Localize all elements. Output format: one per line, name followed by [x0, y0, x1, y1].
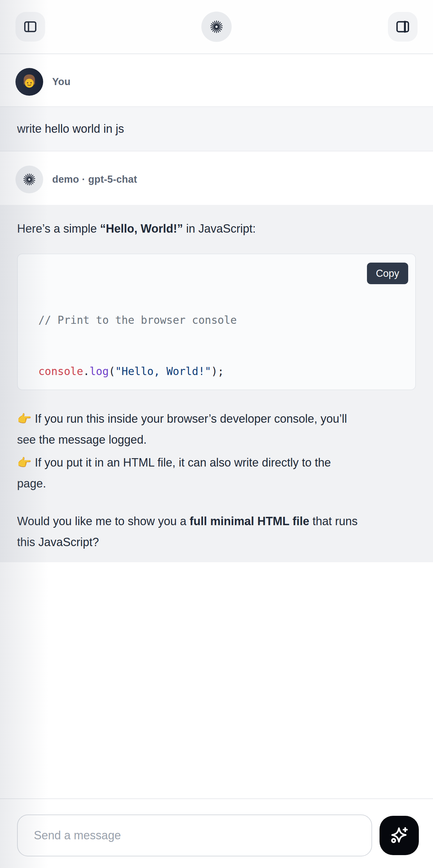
user-message: write hello world in js — [0, 106, 433, 151]
assistant-paragraph-2: 👉 If you put it in an HTML file, it can … — [17, 452, 416, 494]
user-message-text: write hello world in js — [17, 122, 124, 136]
question-text: Would you like me to show you a — [17, 515, 190, 528]
question-bold-text: full minimal HTML file — [190, 515, 309, 528]
user-avatar — [16, 68, 43, 96]
code-token: ); — [211, 365, 224, 378]
sparkles-icon — [389, 825, 410, 846]
copy-code-button[interactable]: Copy — [367, 262, 408, 284]
assistant-intro-line: Here’s a simple “Hello, World!” in JavaS… — [17, 218, 416, 239]
person-emoji-avatar — [20, 72, 39, 91]
code-token: ( — [109, 365, 115, 378]
model-logo-badge — [202, 11, 231, 42]
send-button[interactable] — [379, 816, 419, 855]
code-token: . — [83, 365, 90, 378]
paragraph-line: this JavaScript? — [17, 532, 416, 553]
top-bar — [0, 0, 433, 54]
assistant-paragraph-3: Would you like me to show you a full min… — [17, 511, 416, 553]
code-line: console.log("Hello, World!"); — [38, 363, 402, 380]
assistant-paragraph-1: 👉 If you run this inside your browser’s … — [17, 408, 416, 450]
composer-bar — [0, 798, 433, 868]
starburst-icon — [209, 19, 224, 34]
code-comment: // Print to the browser console — [38, 314, 237, 327]
assistant-sender-name: demo · gpt-5-chat — [52, 174, 137, 185]
user-sender-name: You — [52, 76, 70, 88]
paragraph-line: 👉 If you run this inside your browser’s … — [17, 408, 416, 429]
code-content: // Print to the browser console console.… — [38, 277, 402, 390]
code-block: Copy // Print to the browser console con… — [17, 254, 416, 390]
question-text-tail: that runs — [309, 515, 358, 528]
starburst-icon — [22, 173, 36, 187]
panel-right-icon — [395, 19, 410, 34]
right-panel-toggle-button[interactable] — [388, 12, 417, 41]
code-line: // Print to the browser console — [38, 312, 402, 329]
assistant-message: Here’s a simple “Hello, World!” in JavaS… — [0, 205, 433, 562]
assistant-avatar — [16, 165, 43, 193]
code-token: console — [38, 365, 83, 378]
code-token: "Hello, World!" — [115, 365, 211, 378]
intro-text-tail: in JavaScript: — [183, 222, 256, 235]
intro-text: Here’s a simple — [17, 222, 100, 235]
paragraph-line: page. — [17, 473, 416, 494]
paragraph-line: 👉 If you put it in an HTML file, it can … — [17, 452, 416, 473]
sidebar-toggle-button[interactable] — [16, 12, 45, 41]
panel-left-icon — [23, 19, 38, 34]
paragraph-line: see the message logged. — [17, 429, 416, 450]
message-input[interactable] — [17, 814, 372, 857]
intro-bold-text: “Hello, World!” — [100, 222, 183, 235]
assistant-sender-row: demo · gpt-5-chat — [0, 151, 433, 205]
code-token: log — [90, 365, 109, 378]
paragraph-line: Would you like me to show you a full min… — [17, 511, 416, 532]
chat-empty-space — [0, 562, 433, 798]
user-sender-row: You — [0, 54, 433, 106]
